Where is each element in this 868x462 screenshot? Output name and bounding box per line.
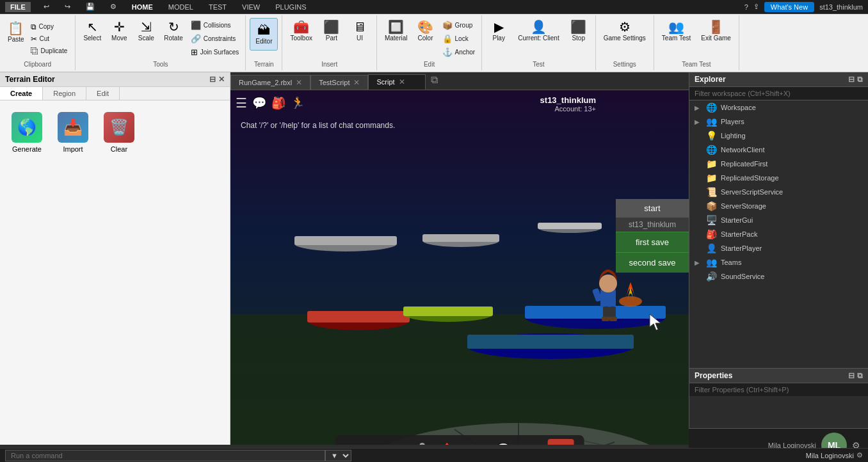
explorer-workspace[interactable]: ▶ 🌐 Workspace <box>689 100 868 115</box>
explorer-startergui[interactable]: ▶ 🖥️ StarterGui <box>689 213 868 227</box>
explorer-expand-button[interactable]: ⧉ <box>857 75 863 84</box>
cut-label: Cut <box>40 35 50 42</box>
anchor-button[interactable]: ⚓ Anchor <box>440 46 478 58</box>
stop-button[interactable]: ⬛ Stop <box>566 18 591 60</box>
hud-backpack-icon[interactable]: 🎒 <box>271 96 285 110</box>
toolbox-button[interactable]: 🧰 Toolbox <box>286 18 316 60</box>
terrain-pin-button[interactable]: ⊟ <box>209 75 216 84</box>
import-button[interactable]: 📥 Import <box>54 108 92 157</box>
join-surfaces-button[interactable]: ⊞ Join Surfaces <box>188 46 242 58</box>
more-button[interactable]: ••• <box>463 441 488 445</box>
constraints-button[interactable]: 🔗 Constraints <box>188 33 242 45</box>
share-screen-button[interactable]: 📤 <box>435 440 459 445</box>
hud-character-icon[interactable]: 🏃 <box>291 96 305 110</box>
explorer-lighting[interactable]: ▶ 💡 Lighting <box>689 129 868 143</box>
clear-button[interactable]: 🗑️ Clear <box>100 108 138 157</box>
second-save-button[interactable]: second save <box>616 252 689 273</box>
menu-redo-icon[interactable]: ↪ <box>62 1 73 12</box>
move-button[interactable]: ✛ Move <box>106 18 132 60</box>
lighting-icon: 💡 <box>706 131 717 141</box>
terrain-close-button[interactable]: ✕ <box>218 75 225 84</box>
tab-rungame[interactable]: RunGame_2.rbxl ✕ <box>230 75 310 90</box>
terrain-tab-region[interactable]: Region <box>43 87 86 100</box>
lock-button[interactable]: 🔒 Lock <box>440 33 478 45</box>
explorer-starterplayer[interactable]: ▶ 👤 StarterPlayer <box>689 241 868 255</box>
explorer-serverscriptservice[interactable]: ▶ 📜 ServerScriptService <box>689 185 868 199</box>
toolbox-label: Toolbox <box>290 35 312 42</box>
menu-undo-icon[interactable]: ↩ <box>41 1 52 12</box>
rotate-label: Rotate <box>164 35 182 42</box>
tab-testscript[interactable]: TestScript ✕ <box>310 75 368 90</box>
team-test-button[interactable]: 👥 Team Test <box>658 18 695 60</box>
properties-search-input[interactable] <box>689 383 868 396</box>
menu-view[interactable]: VIEW <box>239 2 262 12</box>
explorer-pin-button[interactable]: ⊟ <box>848 75 855 84</box>
tab-script-close[interactable]: ✕ <box>399 77 405 86</box>
properties-pin-button[interactable]: ⊟ <box>848 371 855 380</box>
tab-script[interactable]: Script ✕ <box>368 74 426 90</box>
command-dropdown[interactable]: ▼ <box>325 450 351 461</box>
duplicate-button[interactable]: ⿻ Duplicate <box>28 45 70 57</box>
material-button[interactable]: 🔲 Material <box>381 18 412 60</box>
game-settings-icon: ⚙ <box>619 20 631 33</box>
tab-testscript-close[interactable]: ✕ <box>353 78 360 87</box>
explorer-replicatedfirst[interactable]: ▶ 📁 ReplicatedFirst <box>689 157 868 171</box>
command-input[interactable] <box>5 450 325 461</box>
terrain-tab-create[interactable]: Create <box>0 87 43 100</box>
exit-game-button[interactable]: 🚪 Exit Game <box>697 18 735 60</box>
explorer-serverstorage[interactable]: ▶ 📦 ServerStorage <box>689 199 868 213</box>
explorer-networkclient[interactable]: ▶ 🌐 NetworkClient <box>689 143 868 157</box>
serverscriptservice-icon: 📜 <box>706 187 717 197</box>
expand-tab-button[interactable]: ⧉ <box>426 72 443 90</box>
menu-plugins[interactable]: PLUGINS <box>273 2 309 12</box>
anchor-icon: ⚓ <box>442 47 453 57</box>
menu-test[interactable]: TEST <box>206 2 229 12</box>
part-button[interactable]: ⬛ Part <box>319 18 344 60</box>
share-icon[interactable]: ⇪ <box>753 3 759 11</box>
hud-menu-button[interactable]: ☰ <box>236 95 247 111</box>
explorer-search-input[interactable] <box>689 87 868 100</box>
terrain-tab-edit[interactable]: Edit <box>86 87 120 100</box>
explorer-replicatedstorage[interactable]: ▶ 📁 ReplicatedStorage <box>689 171 868 185</box>
explorer-teams[interactable]: ▶ 👥 Teams <box>689 255 868 269</box>
generate-button[interactable]: 🌎 Generate <box>8 108 46 157</box>
tab-rungame-close[interactable]: ✕ <box>296 78 302 87</box>
terrain-editor-title: Terrain Editor <box>5 75 55 84</box>
mic-button[interactable]: 🎤 <box>406 440 431 445</box>
chat-button[interactable]: 💬 <box>491 440 515 445</box>
camera-button[interactable]: 📷 <box>378 440 403 445</box>
play-button[interactable]: ▶ Play <box>486 18 511 60</box>
cut-button[interactable]: ✂ Cut <box>28 33 70 45</box>
whats-new-button[interactable]: What's New <box>764 2 814 12</box>
menu-settings-icon[interactable]: ⚙ <box>108 1 119 12</box>
first-save-button[interactable]: first save <box>616 232 689 252</box>
editor-button[interactable]: 🏔 Editor <box>250 18 278 51</box>
start-button[interactable]: start <box>616 199 689 218</box>
menu-home[interactable]: HOME <box>129 2 156 12</box>
menu-file[interactable]: FILE <box>5 2 31 12</box>
group-button[interactable]: 📦 Group <box>440 19 478 31</box>
hud-chat-icon[interactable]: 💬 <box>252 96 266 110</box>
end-call-button[interactable]: ✕ <box>547 439 574 445</box>
explorer-soundservice[interactable]: ▶ 🔊 SoundService <box>689 269 868 283</box>
scale-label: Scale <box>138 35 154 42</box>
explorer-players[interactable]: ▶ 👥 Players <box>689 115 868 129</box>
current-client-button[interactable]: 👤 Current: Client <box>514 18 563 60</box>
ui-button[interactable]: 🖥 UI <box>347 18 373 60</box>
menu-save-icon[interactable]: 💾 <box>83 1 97 12</box>
status-user-settings[interactable]: ⚙ <box>856 451 863 459</box>
copy-button[interactable]: ⧉ Copy <box>28 21 70 33</box>
help-icon[interactable]: ? <box>744 3 748 11</box>
menu-model[interactable]: MODEL <box>166 2 196 12</box>
color-button[interactable]: 🎨 Color <box>413 18 438 60</box>
collisions-button[interactable]: ⬛ Collisions <box>188 19 242 31</box>
explorer-starterpack[interactable]: ▶ 🎒 StarterPack <box>689 227 868 241</box>
clipboard-buttons: 📋 Paste ⧉ Copy ✂ Cut ⿻ Duplicate <box>5 18 70 60</box>
participants-button[interactable]: 👥 <box>519 440 543 445</box>
scale-button[interactable]: ⇲ Scale <box>133 18 159 60</box>
paste-button[interactable]: 📋 Paste <box>5 18 27 60</box>
game-settings-button[interactable]: ⚙ Game Settings <box>600 18 650 44</box>
select-button[interactable]: ↖ Select <box>79 18 105 60</box>
rotate-button[interactable]: ↻ Rotate <box>160 18 186 60</box>
properties-expand-button[interactable]: ⧉ <box>857 371 863 380</box>
